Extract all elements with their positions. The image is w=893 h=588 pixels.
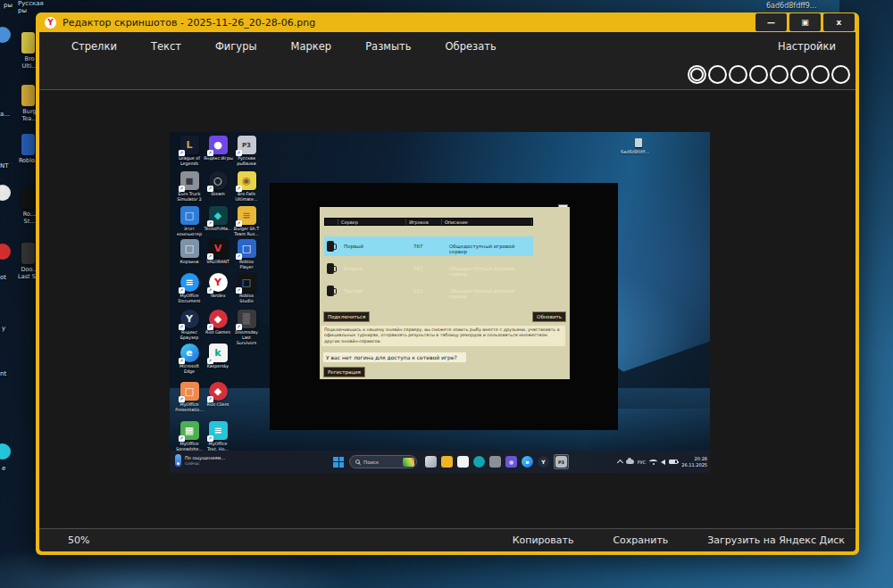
connect-button[interactable]: Подключиться: [323, 311, 370, 322]
upload-yandex-disk-button[interactable]: Загрузить на Яндекс Диск: [707, 534, 845, 546]
outer-desktop-icon[interactable]: [0, 185, 11, 201]
minimize-button[interactable]: —: [755, 13, 787, 31]
server-row[interactable]: Второй367Общедоступный игровой сервер: [324, 259, 533, 278]
yandex-browser-icon[interactable]: Y: [538, 456, 549, 468]
active-app-indicator[interactable]: Р3: [554, 454, 569, 469]
microsoft-store-icon[interactable]: [457, 456, 469, 468]
desktop-icon[interactable]: Р3↗Русская рыбалка: [232, 136, 261, 167]
desktop-icon[interactable]: e↗Microsoft Edge: [175, 344, 204, 375]
desktop-icon[interactable]: □↗Roblox Player: [232, 239, 261, 270]
outer-file-label[interactable]: 6ad6d8fdff9...: [766, 2, 816, 10]
teal-app-icon[interactable]: [473, 456, 485, 468]
desktop-icon[interactable]: Y↗Yandex: [204, 273, 232, 299]
server-name: Третий: [344, 288, 363, 294]
color-circle-0[interactable]: [688, 65, 706, 84]
desktop-icon[interactable]: ▦↗MyOffice Spreadshe...: [175, 421, 204, 452]
desktop-icon[interactable]: ◆↗Riot Client: [204, 382, 232, 408]
task-view-icon[interactable]: [425, 456, 437, 468]
search-box[interactable]: Поиск: [349, 455, 417, 468]
onedrive-cloud-icon[interactable]: [626, 460, 634, 464]
shortcut-arrow-icon: ↗: [207, 358, 213, 364]
desktop-icon[interactable]: ●↗Яндекс.Игры: [204, 136, 232, 161]
maximize-button[interactable]: ▣: [789, 13, 821, 31]
battery-icon[interactable]: [669, 460, 678, 464]
toolbar-item-3[interactable]: Маркер: [291, 40, 332, 53]
file-explorer-icon[interactable]: [441, 456, 453, 468]
color-circle-3[interactable]: [749, 65, 768, 84]
desktop-icon-image: □↗: [180, 382, 199, 401]
desktop-icon-image: ▦↗: [180, 421, 199, 440]
toolbar-item-4[interactable]: Размыть: [365, 40, 411, 53]
outer-desktop-icon[interactable]: [0, 27, 11, 43]
russian-fishing-icon[interactable]: Р3: [555, 456, 567, 468]
desktop-icon-image: Y↗: [180, 310, 199, 328]
server-row[interactable]: Первый787Общедоступный игровой сервер: [324, 236, 533, 256]
desktop-icon[interactable]: □Корзина: [175, 239, 204, 265]
close-button[interactable]: x: [823, 13, 855, 31]
wifi-icon[interactable]: [649, 460, 657, 464]
screenshot-image[interactable]: L↗League of Legends●↗Яндекс.ИгрыР3↗Русск…: [170, 132, 710, 473]
color-circle-5[interactable]: [790, 65, 809, 84]
outer-desktop-icon[interactable]: Ro... St...: [21, 187, 35, 209]
shortcut-arrow-icon: ↗: [236, 150, 242, 156]
color-circle-4[interactable]: [770, 65, 789, 84]
desktop-icon[interactable]: ◆↗TecnoPcMa...: [204, 206, 232, 232]
clock[interactable]: 20:28 26.11.2025: [681, 456, 707, 468]
desktop-icon[interactable]: Y↗Яндекс Браузер: [175, 310, 204, 341]
desktop-icon[interactable]: □↗MyOffice Presentatio...: [175, 382, 204, 413]
titlebar[interactable]: Y Редактор скриншотов - 2025-11-26_20-28…: [36, 12, 859, 32]
desktop-icon[interactable]: ▒↗Doomsday Last Survivors: [232, 310, 261, 345]
desktop-icon[interactable]: ◆↗Riot Games: [204, 310, 232, 335]
desktop-icon[interactable]: k↗Kaspersky: [204, 344, 232, 369]
outer-desktop-icon[interactable]: [0, 443, 11, 460]
microsoft-edge-icon[interactable]: e: [522, 456, 533, 468]
desktop-icon-label: Riot Client: [204, 402, 232, 408]
desktop-icon-image: ●↗: [209, 136, 228, 154]
toolbar-item-1[interactable]: Текст: [151, 40, 181, 53]
server-row[interactable]: Третий223Общедоступный игровой сервер: [324, 281, 533, 301]
start-button[interactable]: [333, 457, 344, 468]
desktop-icon[interactable]: ≡↗MyOffice Document: [175, 273, 204, 304]
shortcut-arrow-icon: ↗: [236, 186, 242, 192]
toolbar-item-2[interactable]: Фигуры: [215, 40, 257, 53]
desktop-icon[interactable]: L↗League of Legends: [175, 136, 204, 167]
desktop-icon[interactable]: ≡↗MyOffice Text. Ho...: [204, 421, 232, 452]
desktop-icon[interactable]: ≡↗Burger Sh.T Team Rus...: [232, 206, 261, 237]
shortcut-arrow-icon: ↗: [207, 220, 213, 227]
weather-widget[interactable]: По ощущениям... Сейчас: [175, 454, 225, 467]
settings-button[interactable]: Настройки: [778, 40, 836, 53]
grey-app-icon[interactable]: [489, 456, 501, 468]
desktop-icon-image: ◆↗: [209, 206, 228, 225]
tray-chevron-icon[interactable]: [617, 460, 623, 466]
color-circle-6[interactable]: [811, 65, 830, 84]
search-placeholder: Поиск: [363, 460, 379, 465]
desktop-icon-image: V↗: [209, 239, 228, 258]
outer-desktop-icon[interactable]: Doo... Last S...: [21, 243, 35, 264]
refresh-button[interactable]: Обновить: [532, 311, 566, 322]
save-button[interactable]: Сохранить: [613, 534, 668, 546]
desktop-icon[interactable]: □↗Roblox Studio: [232, 273, 261, 304]
table-header: СерверИгроковОписание: [324, 218, 533, 226]
desktop-icon-image: ▒↗: [238, 310, 256, 328]
color-circle-7[interactable]: [831, 65, 850, 84]
desktop-icon[interactable]: □Этот компьютер: [175, 206, 204, 237]
outer-desktop-icon[interactable]: [0, 244, 11, 260]
outer-desktop-icon[interactable]: Roblo...: [21, 134, 35, 155]
desktop-icon[interactable]: ◼↗Euro Truck Simulator 2: [175, 171, 204, 203]
toolbar-item-5[interactable]: Обрезать: [446, 40, 497, 53]
color-circle-1[interactable]: [708, 65, 727, 84]
desktop-icon-image: ◉↗: [238, 171, 256, 190]
outer-desktop-icon[interactable]: Bro Ulti...: [21, 32, 35, 54]
keyboard-language[interactable]: РУС: [638, 460, 647, 465]
color-circle-2[interactable]: [729, 65, 747, 84]
games-app-icon[interactable]: ●: [505, 456, 517, 468]
outer-desktop-icon[interactable]: Burg Tea...: [21, 85, 35, 106]
desktop-icon[interactable]: ◉↗Bro Falls Ultimate...: [232, 171, 261, 203]
toolbar-item-0[interactable]: Стрелки: [71, 40, 117, 53]
copy-button[interactable]: Копировать: [513, 534, 574, 546]
editor-canvas[interactable]: L↗League of Legends●↗Яндекс.ИгрыР3↗Русск…: [39, 90, 855, 528]
register-button[interactable]: Регистрация: [323, 367, 365, 377]
desktop-icon[interactable]: V↗VALORANT: [204, 239, 232, 265]
volume-icon[interactable]: [661, 460, 665, 465]
desktop-icon[interactable]: ○↗Steam: [204, 171, 232, 197]
